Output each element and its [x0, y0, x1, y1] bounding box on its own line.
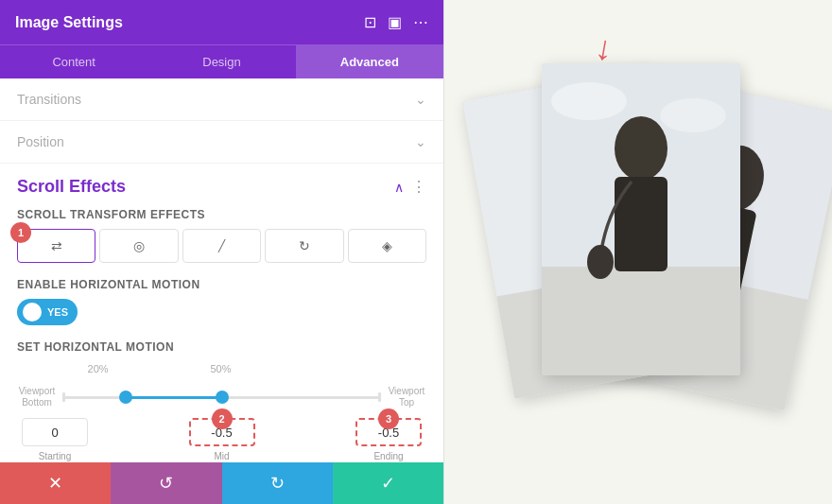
track-fill	[126, 396, 221, 399]
enable-horizontal-motion-field: Enable Horizontal Motion YES	[17, 278, 426, 325]
track-tick-left	[62, 392, 65, 402]
action-bar: ✕ ↺ ↻ ✓	[0, 462, 443, 504]
transitions-arrow: ⌄	[415, 92, 426, 107]
svg-point-10	[551, 82, 627, 120]
starting-offset-input[interactable]	[22, 418, 88, 446]
layout-icon[interactable]: ▣	[388, 13, 402, 31]
starting-offset-wrap	[22, 418, 88, 446]
transform-btn-blur[interactable]: ◎	[99, 229, 178, 263]
mid-offset-label: MidOffset	[209, 450, 234, 462]
position-section: Position ⌄	[0, 121, 443, 164]
position-header[interactable]: Position ⌄	[0, 121, 443, 163]
ending-offset-badge: 3	[378, 408, 399, 429]
panel-content: Transitions ⌄ Position ⌄ Scroll Effects …	[0, 78, 443, 462]
panel-header: Image Settings ⊡ ▣ ⋯	[0, 0, 443, 44]
transform-btn-1-badge: 1	[10, 222, 31, 243]
position-arrow: ⌄	[415, 134, 426, 149]
confirm-button[interactable]: ✓	[333, 462, 443, 504]
photo-card-front	[542, 63, 740, 375]
toggle-yes-label: YES	[47, 306, 68, 318]
toggle-knob	[23, 303, 42, 322]
mid-offset-item: 2 MidOffset	[184, 418, 260, 462]
svg-point-11	[660, 98, 726, 132]
ending-offset-wrap: 3	[355, 418, 422, 446]
viewport-top-label: Viewport Top	[387, 386, 426, 408]
slider-thumb-right[interactable]	[216, 391, 229, 404]
collapse-icon[interactable]: ∧	[394, 180, 404, 195]
starting-offset-item: StartingOffset	[17, 418, 93, 462]
transform-btn-motion[interactable]: 1 ⇄	[17, 229, 95, 263]
mid-offset-wrap: 2	[189, 418, 255, 446]
header-icons: ⊡ ▣ ⋯	[364, 13, 428, 31]
scroll-transform-label: Scroll Transform Effects	[17, 208, 426, 221]
more-icon[interactable]: ⋯	[413, 13, 428, 31]
cancel-button[interactable]: ✕	[0, 462, 111, 504]
left-panel: Image Settings ⊡ ▣ ⋯ Content Design Adva…	[0, 0, 444, 504]
ending-offset-label: EndingOffset	[373, 450, 403, 462]
panel-title: Image Settings	[15, 14, 123, 31]
tab-advanced[interactable]: Advanced	[296, 45, 443, 78]
svg-point-12	[615, 116, 667, 181]
offset-inputs-row: StartingOffset 2 MidOffset 3	[17, 418, 426, 462]
transform-buttons: 1 ⇄ ◎ ╱ ↻ ◈	[17, 229, 426, 263]
section-header-actions: ∧ ⋮	[394, 178, 426, 196]
tab-content[interactable]: Content	[0, 45, 147, 78]
section-more-icon[interactable]: ⋮	[411, 178, 426, 196]
rotate-icon: ↻	[299, 238, 310, 253]
enable-motion-label: Enable Horizontal Motion	[17, 278, 426, 291]
starting-offset-label: StartingOffset	[39, 450, 71, 462]
transform-btn-skew[interactable]: ╱	[182, 229, 261, 263]
svg-rect-13	[615, 177, 667, 271]
pct-20-label: 20%	[88, 363, 109, 374]
set-motion-label: Set Horizontal Motion	[17, 340, 426, 354]
fullscreen-icon[interactable]: ⊡	[364, 13, 376, 31]
transitions-title: Transitions	[17, 92, 81, 107]
right-panel: ↓	[444, 0, 832, 504]
transitions-header[interactable]: Transitions ⌄	[0, 78, 443, 120]
motion-icon: ⇄	[51, 238, 62, 253]
ending-offset-item: 3 EndingOffset	[351, 418, 426, 462]
scroll-effects-section: Scroll Effects ∧ ⋮ Scroll Transform Effe…	[0, 164, 443, 462]
transform-btn-rotate[interactable]: ↻	[265, 229, 343, 263]
transitions-section: Transitions ⌄	[0, 78, 443, 121]
skew-icon: ╱	[218, 239, 225, 252]
opacity-icon: ◈	[382, 238, 392, 253]
reset-button[interactable]: ↺	[111, 462, 221, 504]
redo-button[interactable]: ↻	[222, 462, 333, 504]
tab-design[interactable]: Design	[147, 45, 295, 78]
position-title: Position	[17, 134, 64, 149]
transform-btn-opacity[interactable]: ◈	[348, 229, 426, 263]
scroll-transform-field: Scroll Transform Effects 1 ⇄ ◎ ╱ ↻	[17, 208, 426, 263]
svg-point-14	[587, 245, 614, 279]
scroll-effects-title: Scroll Effects	[17, 177, 126, 197]
tabs-bar: Content Design Advanced	[0, 44, 443, 78]
blur-icon: ◎	[133, 238, 145, 253]
slider-thumb-left[interactable]	[119, 391, 132, 404]
pct-50-label: 50%	[211, 363, 232, 374]
mid-offset-badge: 2	[212, 408, 233, 429]
scroll-effects-header: Scroll Effects ∧ ⋮	[17, 164, 426, 208]
motion-slider-container: 20% 50% Viewport Bottom	[17, 363, 426, 410]
horizontal-motion-toggle[interactable]: YES	[17, 299, 78, 325]
photos-container	[477, 54, 799, 451]
track-tick-right	[378, 392, 381, 402]
set-horizontal-motion-field: Set Horizontal Motion 20% 50% Viewport B…	[17, 340, 426, 462]
motion-slider-track[interactable]	[62, 388, 381, 407]
viewport-bottom-label: Viewport Bottom	[17, 386, 57, 408]
